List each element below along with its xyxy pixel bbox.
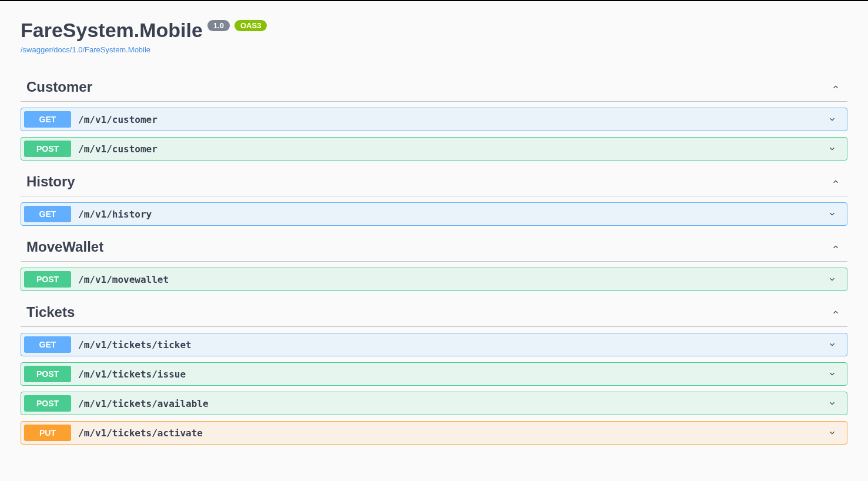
operation-row[interactable]: GET/m/v1/customer — [21, 108, 847, 131]
tag-section: HistoryGET/m/v1/history — [21, 166, 847, 226]
operation-path: /m/v1/customer — [71, 143, 826, 155]
docs-link[interactable]: /swagger/docs/1.0/FareSystem.Mobile — [21, 45, 847, 54]
tag-header[interactable]: Customer — [21, 72, 847, 102]
tag-name: History — [26, 173, 75, 190]
method-badge: GET — [24, 336, 71, 353]
tag-header[interactable]: History — [21, 166, 847, 196]
api-header: FareSystem.Mobile 1.0 OAS3 /swagger/docs… — [21, 19, 847, 54]
tag-name: Customer — [26, 79, 92, 95]
tag-header[interactable]: MoveWallet — [21, 232, 847, 262]
operation-path: /m/v1/tickets/activate — [71, 427, 826, 439]
operation-path: /m/v1/tickets/ticket — [71, 339, 826, 350]
operation-row[interactable]: POST/m/v1/customer — [21, 137, 847, 161]
tag-header[interactable]: Tickets — [21, 297, 847, 327]
method-badge: POST — [24, 366, 71, 382]
operation-path: /m/v1/history — [71, 209, 826, 220]
tag-section: CustomerGET/m/v1/customerPOST/m/v1/custo… — [21, 72, 847, 161]
method-badge: PUT — [24, 425, 71, 441]
operation-row[interactable]: PUT/m/v1/tickets/activate — [21, 421, 847, 445]
chevron-up-icon — [830, 81, 842, 93]
api-title: FareSystem.Mobile — [21, 19, 203, 42]
operations-list: GET/m/v1/history — [21, 202, 847, 226]
operation-row[interactable]: POST/m/v1/tickets/issue — [21, 362, 847, 386]
method-badge: POST — [24, 395, 71, 412]
tag-name: Tickets — [26, 304, 75, 320]
operation-path: /m/v1/movewallet — [71, 274, 826, 285]
operations-list: GET/m/v1/customerPOST/m/v1/customer — [21, 108, 847, 161]
tag-name: MoveWallet — [26, 239, 103, 255]
tags-container: CustomerGET/m/v1/customerPOST/m/v1/custo… — [21, 72, 847, 445]
operations-list: POST/m/v1/movewallet — [21, 268, 847, 291]
chevron-up-icon — [830, 306, 842, 318]
chevron-down-icon — [826, 427, 838, 439]
chevron-up-icon — [830, 176, 842, 188]
operation-row[interactable]: POST/m/v1/tickets/available — [21, 392, 847, 415]
chevron-down-icon — [826, 113, 838, 125]
swagger-ui: FareSystem.Mobile 1.0 OAS3 /swagger/docs… — [0, 1, 868, 468]
chevron-down-icon — [826, 398, 838, 409]
operation-path: /m/v1/tickets/issue — [71, 369, 826, 380]
chevron-up-icon — [830, 241, 842, 253]
oas-badge: OAS3 — [234, 20, 267, 31]
version-badge: 1.0 — [207, 20, 230, 31]
operation-row[interactable]: GET/m/v1/tickets/ticket — [21, 333, 847, 356]
chevron-down-icon — [826, 273, 838, 285]
chevron-down-icon — [826, 339, 838, 350]
method-badge: POST — [24, 141, 71, 157]
method-badge: GET — [24, 206, 71, 222]
chevron-down-icon — [826, 143, 838, 155]
chevron-down-icon — [826, 368, 838, 380]
operation-row[interactable]: POST/m/v1/movewallet — [21, 268, 847, 291]
operation-path: /m/v1/tickets/available — [71, 398, 826, 409]
operation-row[interactable]: GET/m/v1/history — [21, 202, 847, 226]
method-badge: GET — [24, 111, 71, 128]
method-badge: POST — [24, 271, 71, 288]
tag-section: TicketsGET/m/v1/tickets/ticketPOST/m/v1/… — [21, 297, 847, 445]
operation-path: /m/v1/customer — [71, 114, 826, 125]
chevron-down-icon — [826, 208, 838, 220]
tag-section: MoveWalletPOST/m/v1/movewallet — [21, 232, 847, 291]
operations-list: GET/m/v1/tickets/ticketPOST/m/v1/tickets… — [21, 333, 847, 445]
